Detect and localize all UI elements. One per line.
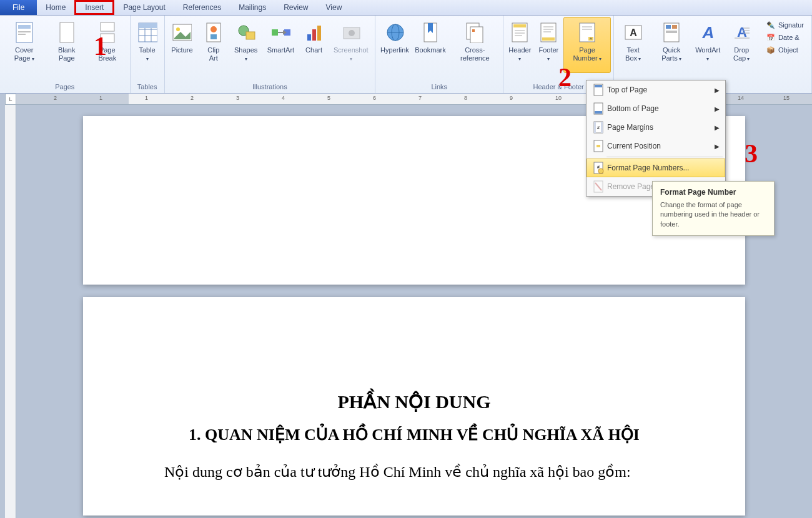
tab-insert[interactable]: Insert <box>74 0 114 15</box>
label: Drop Cap ▾ <box>728 46 755 62</box>
clip-art-button[interactable]: Clip Art <box>198 17 229 73</box>
bottom-of-page-icon <box>590 102 607 115</box>
label: Page Number ▾ <box>568 46 607 62</box>
ruler-corner[interactable]: L <box>5 94 16 105</box>
svg-rect-19 <box>246 32 255 39</box>
label: Shapes▾ <box>234 46 257 62</box>
smartart-button[interactable]: SmartArt <box>263 17 299 73</box>
picture-icon <box>172 20 192 45</box>
svg-rect-20 <box>272 29 278 36</box>
shapes-button[interactable]: Shapes▾ <box>230 17 262 73</box>
text-box-icon: A <box>623 20 643 45</box>
dd-current-position[interactable]: Current Position ▶ <box>587 137 725 155</box>
wordart-button[interactable]: A WordArt▾ <box>693 17 723 73</box>
dd-page-margins[interactable]: # Page Margins ▶ <box>587 118 725 137</box>
picture-button[interactable]: Picture <box>167 17 197 73</box>
remove-page-numbers-icon <box>590 180 607 193</box>
dd-bottom-of-page[interactable]: Bottom of Page ▶ <box>587 99 725 118</box>
group-tables: Table▾ Tables <box>131 16 165 93</box>
label: Page Break <box>92 46 123 62</box>
bookmark-button[interactable]: Bookmark <box>413 17 448 73</box>
svg-rect-24 <box>312 29 316 41</box>
doc-paragraph: Nội dung cơ bản của tư tưởng Hồ Chí Minh… <box>139 463 689 481</box>
svg-text:#: # <box>597 165 600 169</box>
page-margins-icon: # <box>590 121 607 134</box>
smartart-icon <box>270 20 290 45</box>
text-box-button[interactable]: A Text Box ▾ <box>616 17 650 73</box>
cover-page-button[interactable]: Cover Page ▾ <box>2 17 46 73</box>
signature-line-button[interactable]: ✒️Signatur <box>763 19 806 31</box>
svg-text:A: A <box>630 27 637 38</box>
tab-mailings[interactable]: Mailings <box>230 0 275 15</box>
table-button[interactable]: Table▾ <box>133 17 162 73</box>
page-break-button[interactable]: Page Break <box>87 17 127 73</box>
dd-format-page-numbers[interactable]: # Format Page Numbers... <box>587 159 725 177</box>
screenshot-button[interactable]: Screenshot▾ <box>329 17 372 73</box>
label: Hyperlink <box>380 46 409 54</box>
date-icon: 📅 <box>766 32 776 42</box>
svg-rect-55 <box>666 31 677 33</box>
file-tab[interactable]: File <box>0 0 37 15</box>
label: Text Box ▾ <box>621 46 645 62</box>
page-2[interactable]: PHẦN NỘI DUNG 1. QUAN NIỆM CỦA HỒ CHÍ MI… <box>83 297 745 516</box>
svg-rect-17 <box>210 34 217 39</box>
dd-top-of-page[interactable]: Top of Page ▶ <box>587 81 725 99</box>
blank-page-button[interactable]: Blank Page <box>47 17 86 73</box>
tab-references[interactable]: References <box>174 0 230 15</box>
signature-icon: ✒️ <box>766 20 776 30</box>
wordart-icon: A <box>698 20 718 45</box>
tab-view[interactable]: View <box>317 0 351 15</box>
submenu-arrow-icon: ▶ <box>715 105 720 112</box>
shapes-icon <box>236 20 256 45</box>
group-illustrations: Picture Clip Art Shapes▾ SmartArt Chart … <box>165 16 376 93</box>
tooltip-body: Change the format of page numbering used… <box>660 200 766 229</box>
chart-icon <box>304 20 324 45</box>
svg-rect-1 <box>18 25 31 29</box>
drop-cap-button[interactable]: A Drop Cap ▾ <box>724 17 760 73</box>
cross-reference-button[interactable]: Cross-reference <box>449 17 500 73</box>
tab-review[interactable]: Review <box>275 0 317 15</box>
chart-button[interactable]: Chart <box>300 17 329 73</box>
svg-rect-3 <box>18 34 26 35</box>
group-title: Pages <box>2 82 127 93</box>
svg-rect-65 <box>595 111 602 114</box>
label: Chart <box>305 46 322 54</box>
hyperlink-icon <box>385 20 405 45</box>
svg-point-16 <box>210 26 217 32</box>
tab-home[interactable]: Home <box>37 0 74 15</box>
tooltip-title: Format Page Number <box>660 188 766 197</box>
submenu-arrow-icon: ▶ <box>715 87 720 94</box>
quick-parts-button[interactable]: Quick Parts ▾ <box>651 17 691 73</box>
doc-subheading: 1. QUAN NIỆM CỦA HỒ CHÍ MINH VỀ CHỦ NGHĨ… <box>139 425 689 444</box>
hyperlink-button[interactable]: Hyperlink <box>378 17 412 73</box>
page-number-button[interactable]: # Page Number ▾ <box>563 17 611 73</box>
header-button[interactable]: Header▾ <box>506 17 533 73</box>
label: SmartArt <box>267 46 294 54</box>
label: Clip Art <box>202 46 224 62</box>
svg-rect-33 <box>470 27 483 43</box>
footer-icon <box>538 20 558 45</box>
group-title: Links <box>378 82 500 93</box>
vertical-ruler[interactable] <box>5 105 16 518</box>
page-number-icon: # <box>577 20 597 45</box>
cross-ref-icon <box>465 20 485 45</box>
date-time-button[interactable]: 📅Date & <box>763 32 806 43</box>
page-number-dropdown: Top of Page ▶ Bottom of Page ▶ # Page Ma… <box>586 80 726 197</box>
svg-rect-36 <box>513 24 526 27</box>
svg-text:A: A <box>702 23 715 42</box>
label: Bottom of Page <box>607 104 659 113</box>
top-of-page-icon <box>590 84 607 96</box>
label: Blank Page <box>51 46 82 62</box>
svg-rect-23 <box>307 34 311 41</box>
svg-rect-41 <box>542 37 555 41</box>
format-page-numbers-icon: # <box>590 162 607 174</box>
tab-page-layout[interactable]: Page Layout <box>114 0 174 15</box>
object-button[interactable]: 📦Object <box>763 44 806 56</box>
table-icon <box>137 20 157 45</box>
submenu-arrow-icon: ▶ <box>715 143 720 150</box>
quick-parts-icon <box>661 20 681 45</box>
label: Bookmark <box>415 46 446 54</box>
label: Footer▾ <box>538 46 558 62</box>
footer-button[interactable]: Footer▾ <box>535 17 562 73</box>
object-icon: 📦 <box>766 45 776 55</box>
